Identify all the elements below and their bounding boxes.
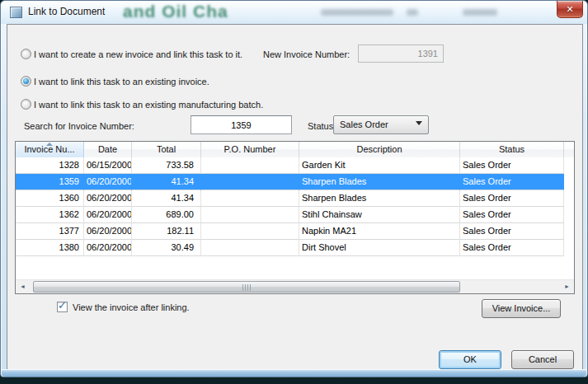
- table-cell[interactable]: [201, 240, 299, 256]
- table-body: 132806/15/2000733.58Garden KitSales Orde…: [16, 157, 574, 256]
- table-header-row: Invoice Nu...DateTotalP.O. NumberDescrip…: [16, 142, 574, 157]
- column-header-label: Total: [157, 144, 176, 154]
- table-cell[interactable]: 1328: [16, 157, 84, 174]
- table-cell[interactable]: [201, 157, 299, 174]
- table-row[interactable]: 138006/20/200030.49Dirt ShovelSales Orde…: [16, 240, 574, 256]
- close-icon: ✕: [566, 2, 573, 17]
- table-cell[interactable]: 1362: [16, 207, 84, 223]
- radio-link-existing-invoice[interactable]: [21, 76, 31, 87]
- table-cell[interactable]: 06/15/2000: [84, 157, 132, 174]
- table-cell[interactable]: Sales Order: [460, 174, 564, 190]
- table-cell[interactable]: 06/20/2000: [84, 240, 132, 256]
- column-header[interactable]: Invoice Nu...: [16, 142, 84, 157]
- table-cell[interactable]: 689.00: [132, 207, 201, 223]
- scrollbar-thumb[interactable]: [33, 281, 460, 293]
- column-header-label: Description: [356, 144, 402, 154]
- table-row[interactable]: 136006/20/200041.34Sharpen BladesSales O…: [16, 190, 574, 207]
- table-cell[interactable]: 06/20/2000: [84, 190, 132, 207]
- table-cell[interactable]: 733.58: [132, 157, 201, 174]
- check-icon: ✓: [58, 299, 67, 311]
- cancel-button[interactable]: Cancel: [511, 350, 574, 369]
- invoice-table: Invoice Nu...DateTotalP.O. NumberDescrip…: [15, 141, 575, 294]
- glass-background-text: and Oil Cha: [123, 2, 228, 21]
- table-cell[interactable]: 1380: [16, 240, 84, 256]
- radio-link-manufacturing-batch-label: I want to link this task to an existing …: [34, 100, 263, 110]
- radio-create-new-invoice[interactable]: [21, 49, 31, 59]
- column-header-label: P.O. Number: [224, 144, 276, 154]
- table-cell[interactable]: Sales Order: [460, 240, 564, 256]
- table-cell[interactable]: [201, 207, 299, 223]
- table-cell[interactable]: 1360: [16, 190, 84, 207]
- table-cell[interactable]: 06/20/2000: [84, 174, 132, 190]
- column-header[interactable]: Total: [132, 142, 201, 157]
- scroll-left-icon: ◄: [20, 283, 26, 289]
- status-dropdown[interactable]: Sales Order: [333, 115, 429, 134]
- table-cell[interactable]: Sharpen Blades: [299, 174, 460, 190]
- scroll-right-icon: ►: [564, 283, 570, 289]
- new-invoice-number-input[interactable]: [358, 44, 444, 63]
- view-invoice-button[interactable]: View Invoice...: [482, 299, 561, 318]
- column-header[interactable]: P.O. Number: [201, 142, 299, 157]
- status-label: Status:: [308, 121, 336, 131]
- search-invoice-label: Search for Invoice Number:: [24, 121, 134, 131]
- glass-artifact: [407, 9, 418, 16]
- column-header[interactable]: Date: [84, 142, 132, 157]
- table-cell[interactable]: Garden Kit: [299, 157, 460, 174]
- table-cell[interactable]: [201, 174, 299, 190]
- column-header[interactable]: Description: [299, 142, 460, 157]
- table-cell[interactable]: 1359: [16, 174, 84, 190]
- close-button[interactable]: ✕: [557, 1, 583, 18]
- radio-create-new-invoice-label: I want to create a new invoice and link …: [34, 49, 242, 59]
- window-title: Link to Document: [28, 6, 105, 17]
- window-bottom-frame: [2, 369, 586, 377]
- column-header-label: Status: [499, 144, 524, 154]
- table-row[interactable]: 135906/20/200041.34Sharpen BladesSales O…: [16, 174, 574, 190]
- table-row[interactable]: 137706/20/2000182.11Napkin MA21Sales Ord…: [16, 223, 574, 240]
- scroll-right-button[interactable]: ►: [560, 280, 574, 294]
- column-header-filler: [564, 142, 574, 157]
- status-dropdown-value: Sales Order: [340, 119, 388, 129]
- column-header[interactable]: Status: [460, 142, 564, 157]
- title-bar[interactable]: and Oil Cha Link to Document ✕: [1, 1, 587, 24]
- table-cell[interactable]: [201, 223, 299, 240]
- ok-button[interactable]: OK: [439, 350, 501, 369]
- new-invoice-number-label: New Invoice Number:: [263, 49, 350, 59]
- glass-artifact: [321, 9, 393, 16]
- table-cell[interactable]: Sales Order: [460, 207, 564, 223]
- radio-link-manufacturing-batch[interactable]: [21, 99, 31, 110]
- radio-link-existing-invoice-label: I want to link this task to an existing …: [34, 77, 209, 87]
- table-row[interactable]: 136206/20/2000689.00Stihl ChainsawSales …: [16, 207, 574, 223]
- table-cell[interactable]: Sharpen Blades: [299, 190, 460, 207]
- search-invoice-input[interactable]: [191, 115, 292, 134]
- table-cell[interactable]: [201, 190, 299, 207]
- table-cell[interactable]: 41.34: [132, 174, 201, 190]
- column-header-label: Date: [98, 144, 117, 154]
- desktop-backdrop: and Oil Cha Link to Document ✕ I want to…: [0, 0, 588, 384]
- table-cell[interactable]: 41.34: [132, 190, 201, 207]
- table-cell[interactable]: Napkin MA21: [299, 223, 460, 240]
- view-after-checkbox-label: View the invoice after linking.: [73, 302, 190, 312]
- table-cell[interactable]: 1377: [16, 223, 84, 240]
- table-cell[interactable]: Dirt Shovel: [299, 240, 460, 256]
- window-icon[interactable]: [10, 7, 22, 18]
- scrollbar-grip-icon: [242, 284, 251, 291]
- horizontal-scrollbar[interactable]: ◄ ►: [16, 279, 574, 293]
- glass-artifact: [463, 9, 497, 16]
- link-to-document-dialog: and Oil Cha Link to Document ✕ I want to…: [0, 0, 588, 377]
- table-cell[interactable]: Sales Order: [460, 190, 564, 207]
- table-cell[interactable]: Sales Order: [460, 223, 564, 240]
- table-row[interactable]: 132806/15/2000733.58Garden KitSales Orde…: [16, 157, 574, 174]
- table-cell[interactable]: 182.11: [132, 223, 201, 240]
- table-cell[interactable]: 06/20/2000: [84, 207, 132, 223]
- table-cell[interactable]: Stihl Chainsaw: [299, 207, 460, 223]
- table-cell[interactable]: Sales Order: [460, 157, 564, 174]
- scroll-left-button[interactable]: ◄: [16, 280, 30, 294]
- dialog-body: I want to create a new invoice and link …: [7, 24, 583, 372]
- sort-ascending-icon: [46, 143, 53, 146]
- chevron-down-icon: [416, 121, 422, 125]
- table-cell[interactable]: 06/20/2000: [84, 223, 132, 240]
- view-after-checkbox[interactable]: ✓: [57, 302, 68, 312]
- table-cell[interactable]: 30.49: [132, 240, 201, 256]
